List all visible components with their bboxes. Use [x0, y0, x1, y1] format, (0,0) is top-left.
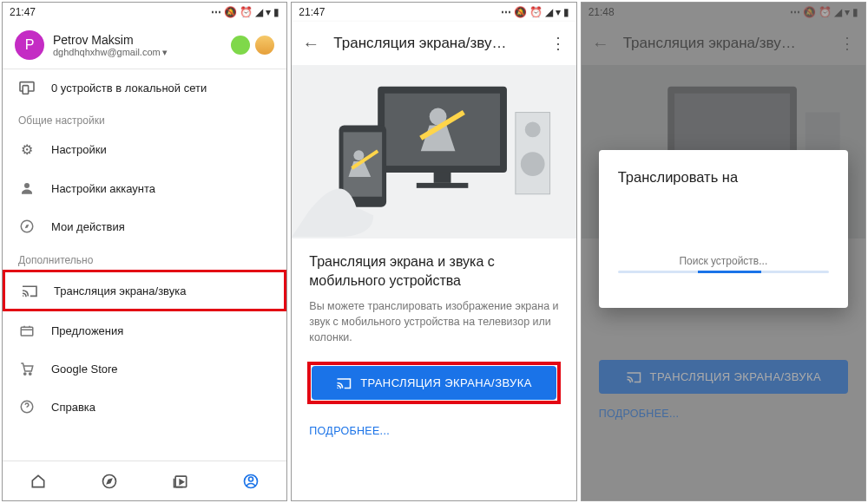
account-settings-label: Настройки аккаунта [51, 182, 155, 195]
svg-point-5 [24, 373, 26, 375]
phone-1: 21:47 🔕 ⏰ ◢ ▾ ▮ P Petrov Maksim dghdhqhx… [2, 2, 287, 501]
chevron-down-icon[interactable]: ▾ [162, 47, 168, 58]
account-settings-row[interactable]: Настройки аккаунта [3, 169, 286, 207]
user-name: Petrov Maksim [53, 33, 222, 47]
devices-label: 0 устройств в локальной сети [51, 82, 207, 95]
svg-point-19 [525, 121, 541, 137]
help-icon [18, 399, 36, 415]
chip-green[interactable] [231, 36, 250, 55]
hero-illustration [292, 65, 575, 238]
offers-label: Предложения [51, 324, 123, 337]
account-chips [231, 36, 274, 55]
cast-button-highlight: ТРАНСЛЯЦИЯ ЭКРАНА/ЗВУКА [307, 362, 560, 404]
description: Вы можете транслировать изображение экра… [309, 298, 558, 345]
cast-target-dialog: Транслировать на Поиск устройств... [599, 150, 848, 308]
battery-icon: ▮ [273, 6, 279, 18]
nav-media[interactable] [145, 461, 216, 500]
devices-icon [18, 81, 36, 95]
more-dots-icon [211, 6, 221, 18]
more-dots-icon [501, 6, 511, 18]
cast-row[interactable]: Трансляция экрана/звука [3, 270, 286, 311]
searching-label: Поиск устройств... [618, 255, 829, 267]
bottom-nav [3, 461, 286, 500]
headline: Трансляция экрана и звука с мобильного у… [309, 252, 558, 290]
gear-icon: ⚙ [18, 141, 36, 158]
appbar-title: Трансляция экрана/зву… [333, 35, 536, 52]
nav-home[interactable] [3, 461, 74, 500]
chip-orange[interactable] [255, 36, 274, 55]
svg-point-6 [30, 373, 31, 375]
offers-icon [18, 323, 36, 338]
avatar: P [15, 30, 44, 60]
dialog-title: Транслировать на [618, 169, 829, 186]
cast-label: Трансляция экрана/звука [54, 284, 186, 297]
cast-button[interactable]: ТРАНСЛЯЦИЯ ЭКРАНА/ЗВУКА [312, 366, 556, 400]
progress-indeterminate [618, 271, 829, 273]
help-label: Справка [51, 401, 95, 414]
store-row[interactable]: Google Store [3, 349, 286, 388]
person-icon [18, 180, 36, 196]
app-bar: ← Трансляция экрана/зву… ⋮ [292, 22, 575, 65]
store-icon [18, 361, 36, 376]
section-general: Общие настройки [3, 106, 286, 130]
svg-rect-4 [21, 327, 33, 336]
svg-rect-1 [23, 86, 28, 95]
mute-icon: 🔕 [514, 6, 527, 18]
svg-point-20 [521, 152, 545, 176]
status-time: 21:47 [299, 6, 325, 18]
wifi-icon: ▾ [266, 6, 271, 18]
phone-2: 21:47 🔕 ⏰ ◢ ▾ ▮ ← Трансляция экрана/зву…… [291, 2, 576, 501]
status-icons: 🔕 ⏰ ◢ ▾ ▮ [501, 6, 569, 18]
wifi-icon: ▾ [556, 6, 561, 18]
section-more: Дополнительно [3, 245, 286, 270]
svg-rect-16 [417, 183, 469, 188]
nav-discover[interactable] [74, 461, 145, 500]
kebab-icon[interactable]: ⋮ [550, 34, 566, 53]
svg-point-10 [249, 477, 253, 481]
status-bar: 21:47 🔕 ⏰ ◢ ▾ ▮ [292, 3, 575, 22]
back-icon[interactable]: ← [302, 34, 319, 54]
activity-label: Мои действия [51, 220, 125, 233]
svg-point-23 [354, 150, 365, 160]
phone-3: 21:48 🔕 ⏰ ◢ ▾ ▮ ← Трансляция экрана/зву…… [581, 2, 866, 501]
store-label: Google Store [51, 363, 118, 376]
cast-icon [21, 284, 38, 297]
alarm-icon: ⏰ [240, 6, 253, 18]
content: Трансляция экрана и звука с мобильного у… [292, 238, 575, 411]
settings-label: Настройки [51, 143, 107, 156]
cast-icon [336, 376, 352, 389]
svg-point-2 [24, 183, 30, 188]
compass-icon [18, 219, 36, 234]
help-row[interactable]: Справка [3, 388, 286, 426]
account-text: Petrov Maksim dghdhqhxhw@gmail.com▾ [53, 33, 222, 58]
nav-account[interactable] [215, 461, 286, 500]
avatar-letter: P [25, 37, 35, 53]
status-icons: 🔕 ⏰ ◢ ▾ ▮ [211, 6, 279, 18]
account-header[interactable]: P Petrov Maksim dghdhqhxhw@gmail.com▾ [3, 22, 286, 69]
user-email: dghdhqhxhw@gmail.com▾ [53, 47, 222, 58]
signal-icon: ◢ [545, 6, 553, 18]
learn-more-link[interactable]: ПОДРОБНЕЕ... [292, 411, 575, 451]
mute-icon: 🔕 [224, 6, 237, 18]
activity-row[interactable]: Мои действия [3, 207, 286, 245]
svg-rect-15 [434, 173, 451, 183]
devices-row[interactable]: 0 устройств в локальной сети [3, 69, 286, 106]
alarm-icon: ⏰ [529, 6, 542, 18]
cast-button-label: ТРАНСЛЯЦИЯ ЭКРАНА/ЗВУКА [360, 376, 532, 389]
status-bar: 21:47 🔕 ⏰ ◢ ▾ ▮ [3, 3, 286, 22]
status-time: 21:47 [10, 6, 36, 18]
offers-row[interactable]: Предложения [3, 311, 286, 349]
battery-icon: ▮ [563, 6, 569, 18]
signal-icon: ◢ [255, 6, 263, 18]
settings-row[interactable]: ⚙ Настройки [3, 130, 286, 169]
